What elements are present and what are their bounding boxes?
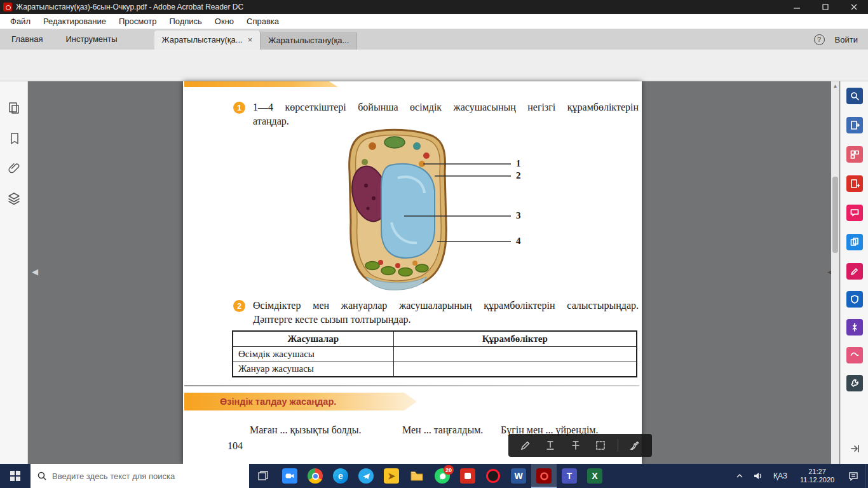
menu-bar: Файл Редактирование Просмотр Подпись Окн… — [0, 14, 868, 29]
note-box-icon[interactable] — [592, 437, 609, 454]
taskbar-edge-icon[interactable]: e — [328, 464, 353, 488]
sign-in-button[interactable]: Войти — [835, 35, 858, 44]
system-tray: ҚАЗ 21:27 11.12.2020 — [731, 464, 868, 488]
main-toolbar: 104 / 185 66,7% ▾ ▾ — [0, 50, 868, 81]
floating-annotation-toolbar — [508, 434, 652, 457]
figure-label-4: 4 — [516, 236, 521, 247]
organize-pages-tool-icon[interactable] — [846, 146, 863, 163]
tray-time: 21:27 — [808, 468, 826, 476]
menu-sign[interactable]: Подпись — [163, 14, 208, 29]
compress-pdf-tool-icon[interactable] — [846, 319, 863, 336]
show-desktop-button[interactable] — [865, 464, 868, 488]
open-tools-pane-icon[interactable] — [846, 440, 863, 457]
menu-file[interactable]: Файл — [4, 14, 37, 29]
top-ribbon-cut — [184, 81, 338, 87]
pdf-page: 1 1—4 көрсеткіштері бойынша өсімдік жасу… — [183, 81, 642, 464]
doc-tab-close-icon[interactable]: × — [248, 30, 253, 50]
scrollbar-thumb[interactable] — [832, 177, 838, 253]
menu-help[interactable]: Справка — [240, 14, 285, 29]
edit-pdf-tool-icon[interactable] — [846, 263, 863, 280]
exercise2-line1: Өсімдіктер мен жануарлар жасушаларының қ… — [253, 299, 639, 313]
task-view-button[interactable] — [249, 464, 277, 488]
close-button[interactable] — [839, 0, 868, 14]
combine-files-tool-icon[interactable] — [846, 234, 863, 250]
doc-tab-inactive[interactable]: Жаратылыстану(қа... — [261, 32, 357, 50]
banner-text: Өзіндік талдау жасаңдар. — [220, 396, 336, 407]
search-placeholder: Введите здесь текст для поиска — [52, 471, 175, 481]
table-cell: Жануар жасушасы — [233, 362, 393, 377]
tab-bar: Главная Инструменты Жаратылыстану(қа... … — [0, 29, 868, 50]
scan-ocr-tool-icon[interactable] — [846, 347, 863, 363]
document-workspace: ◀ ◀ ▲ 1 1—4 көрсеткіштері бойынша өсімді… — [0, 81, 868, 464]
doc-tab-active[interactable]: Жаратылыстану(қа... × — [154, 30, 261, 50]
menu-window[interactable]: Окно — [208, 14, 240, 29]
ink-pen-icon[interactable] — [627, 437, 643, 454]
minimize-button[interactable] — [782, 0, 811, 14]
maximize-button[interactable] — [811, 0, 839, 14]
language-indicator[interactable]: ҚАЗ — [768, 464, 793, 488]
section-divider — [184, 385, 639, 386]
taskbar-file-explorer-icon[interactable] — [404, 464, 430, 488]
table-cell: Өсімдік жасушасы — [233, 346, 393, 362]
tab-tools[interactable]: Инструменты — [54, 29, 128, 50]
page-number: 104 — [227, 440, 243, 452]
taskbar-yellow-app-icon[interactable]: ➤ — [379, 464, 404, 488]
figure-label-1: 1 — [516, 158, 521, 169]
volume-icon[interactable] — [749, 464, 768, 488]
help-icon[interactable]: ? — [814, 34, 825, 45]
self-analysis-banner: Өзіндік талдау жасаңдар. — [184, 393, 417, 410]
layers-icon[interactable] — [5, 189, 23, 207]
taskbar-telegram-icon[interactable] — [353, 464, 379, 488]
exercise2-line2: Дәптерге кесте сызып толтырыңдар. — [253, 313, 639, 327]
create-pdf-tool-icon[interactable] — [846, 175, 863, 192]
exercise2-number-badge: 2 — [233, 300, 245, 312]
taskbar-acrobat-icon[interactable] — [531, 464, 557, 488]
underline-text-icon[interactable] — [542, 437, 559, 454]
start-button[interactable] — [0, 464, 31, 488]
search-tool-icon[interactable] — [846, 88, 863, 104]
taskbar-chrome-icon[interactable] — [302, 464, 328, 488]
strikethrough-text-icon[interactable] — [567, 437, 584, 454]
table-cell — [393, 346, 637, 362]
taskbar-red-app-icon[interactable] — [455, 464, 480, 488]
taskbar-whatsapp-icon[interactable]: 20 — [430, 464, 455, 488]
figure-label-2: 2 — [516, 170, 521, 181]
right-tools-pane — [840, 81, 868, 464]
taskbar-word-icon[interactable]: W — [506, 464, 531, 488]
left-navigation-pane — [0, 81, 28, 464]
page-thumbnails-icon[interactable] — [5, 99, 23, 117]
taskbar-excel-icon[interactable]: X — [582, 464, 607, 488]
comparison-table: Жасушалар Құрамбөліктер Өсімдік жасушасы… — [232, 330, 637, 377]
protect-tool-icon[interactable] — [846, 291, 863, 308]
taskbar-search-input[interactable]: Введите здесь текст для поиска — [31, 464, 249, 488]
comment-tool-panel-icon[interactable] — [846, 205, 863, 221]
window-title: Жаратылыстану(қаз)-6сын-Очкур.pdf - Adob… — [16, 3, 243, 11]
more-tools-icon[interactable] — [846, 375, 863, 391]
collapse-left-pane-icon[interactable]: ◀ — [32, 267, 38, 276]
table-cell — [393, 362, 637, 377]
scroll-up-icon[interactable]: ▲ — [831, 83, 839, 90]
doc-tab-label: Жаратылыстану(қа... — [268, 32, 349, 50]
bookmarks-icon[interactable] — [5, 130, 23, 147]
menu-edit[interactable]: Редактирование — [37, 14, 112, 29]
table-header-row: Жасушалар Құрамбөліктер — [233, 331, 637, 346]
annotate-pencil-icon[interactable] — [517, 437, 534, 454]
tab-home[interactable]: Главная — [0, 29, 54, 50]
tray-expand-icon[interactable] — [731, 464, 749, 488]
attachments-icon[interactable] — [5, 159, 23, 177]
taskbar-zoom-icon[interactable] — [277, 464, 302, 488]
windows-logo-icon — [10, 471, 20, 481]
clock[interactable]: 21:27 11.12.2020 — [793, 464, 841, 488]
reflection-prompt-1: Маған ... қызықты болды. — [250, 424, 361, 436]
exercise1-number-badge: 1 — [233, 102, 245, 114]
table-header-components: Құрамбөліктер — [393, 331, 637, 346]
exercise1-line2: атаңдар. — [253, 114, 639, 128]
export-pdf-tool-icon[interactable] — [846, 117, 863, 133]
action-center-icon[interactable] — [841, 464, 865, 488]
vertical-scrollbar[interactable]: ▲ — [831, 81, 839, 464]
taskbar-opera-icon[interactable] — [480, 464, 506, 488]
taskbar-teams-icon[interactable]: T — [557, 464, 582, 488]
reflection-prompt-2: Мен ... таңғалдым. — [402, 424, 483, 436]
table-row: Жануар жасушасы — [233, 362, 637, 377]
menu-view[interactable]: Просмотр — [112, 14, 163, 29]
